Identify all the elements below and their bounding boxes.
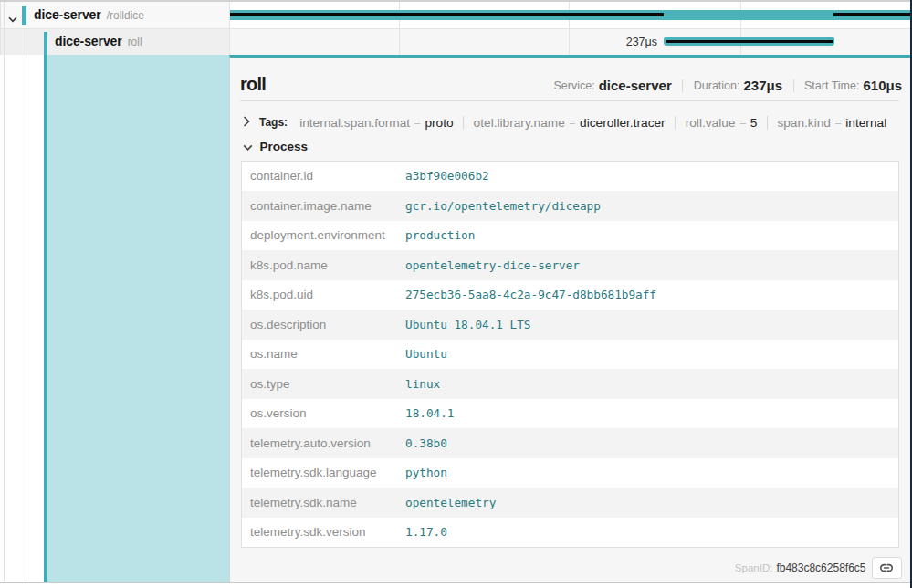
- tag-key: internal.span.format: [299, 116, 410, 130]
- kv-key: telemetry.auto.version: [242, 436, 406, 450]
- spanid-label: SpanID:: [735, 562, 773, 573]
- kv-row: k8s.pod.nameopentelemetry-dice-server: [242, 250, 899, 280]
- row-separator: [0, 28, 910, 29]
- kv-key: deployment.environment: [242, 228, 406, 242]
- span-detail-title: roll: [240, 74, 266, 95]
- kv-row: container.ida3bf90e006b2: [242, 162, 899, 192]
- tag-equals: =: [569, 116, 575, 129]
- tag-key: span.kind: [777, 116, 831, 130]
- tag-equals: =: [414, 116, 421, 129]
- service-color-bar: [44, 32, 48, 55]
- kv-key: os.name: [242, 347, 406, 361]
- child-span-service[interactable]: dice-server: [55, 34, 122, 48]
- kv-key: k8s.pod.name: [242, 258, 406, 272]
- kv-value: 0.38b0: [405, 436, 447, 450]
- kv-value: opentelemetry-dice-server: [405, 258, 580, 272]
- detail-indent-fill: [47, 55, 229, 582]
- kv-value: 18.04.1: [405, 406, 454, 420]
- tag-separator: [767, 116, 768, 130]
- spanid-value: fb483c8c6258f6c5: [776, 562, 865, 574]
- kv-key: container.id: [242, 169, 406, 183]
- critical-path-segment: [833, 13, 910, 16]
- duration-label: Duration:: [694, 79, 740, 92]
- kv-value: production: [405, 228, 475, 242]
- critical-path-segment: [666, 40, 833, 44]
- kv-key: telemetry.sdk.language: [242, 466, 406, 479]
- tag-key: roll.value: [686, 116, 736, 130]
- kv-value: opentelemetry: [405, 496, 496, 509]
- kv-key: telemetry.sdk.name: [242, 496, 406, 509]
- kv-value: a3bf90e006b2: [405, 169, 489, 183]
- kv-value: linux: [405, 377, 440, 391]
- start-time-label: Start Time:: [804, 79, 859, 92]
- kv-row: k8s.pod.uid275ecb36-5aa8-4c2a-9c47-d8bb6…: [242, 280, 899, 310]
- detail-row-bottom-border: [0, 582, 910, 583]
- parent-span-operation: /rolldice: [107, 9, 144, 22]
- service-color-bar: [22, 6, 26, 26]
- trace-timeline-view: dice-server /rolldice dice-server roll 2…: [0, 0, 912, 588]
- tree-guideline: [26, 29, 26, 583]
- tag-value: 5: [750, 116, 758, 130]
- tree-guideline: [4, 2, 5, 582]
- kv-row: os.nameUbuntu: [242, 340, 899, 370]
- tag-key: otel.library.name: [474, 116, 565, 130]
- deep-link-button[interactable]: [872, 557, 903, 579]
- span-detail-summary: Service: dice-server Duration: 237μs Sta…: [554, 78, 902, 93]
- kv-value: gcr.io/opentelemetry/diceapp: [405, 199, 601, 213]
- kv-key: os.type: [242, 377, 406, 391]
- kv-value: 1.17.0: [405, 525, 447, 539]
- tag-separator: [675, 116, 676, 130]
- kv-value: Ubuntu: [405, 347, 447, 361]
- tag-value: diceroller.tracer: [580, 116, 666, 130]
- kv-row: os.version18.04.1: [242, 399, 899, 429]
- span-detail-footer: SpanID: fb483c8c6258f6c5: [735, 557, 902, 579]
- process-accordion[interactable]: Process: [243, 139, 309, 155]
- link-icon: [878, 560, 895, 576]
- process-label[interactable]: Process: [260, 140, 309, 153]
- tag-equals: =: [834, 116, 841, 129]
- chevron-right-icon[interactable]: [243, 114, 250, 131]
- page-left-border: [0, 2, 1, 55]
- start-time-value: 610μs: [863, 78, 902, 93]
- kv-key: os.description: [242, 318, 406, 331]
- tag-value: internal: [845, 116, 886, 130]
- kv-row: telemetry.sdk.version1.17.0: [242, 518, 899, 548]
- summary-separator: [793, 79, 794, 92]
- kv-row: container.image.namegcr.io/opentelemetry…: [242, 191, 899, 221]
- header-divider: [240, 100, 899, 101]
- process-key-value-table: container.ida3bf90e006b2 container.image…: [241, 161, 900, 549]
- kv-key: os.version: [242, 406, 406, 420]
- kv-value: 275ecb36-5aa8-4c2a-9c47-d8bb681b9aff: [405, 288, 656, 301]
- kv-key: container.image.name: [242, 199, 406, 213]
- kv-value: python: [405, 466, 447, 479]
- kv-row: telemetry.sdk.languagepython: [242, 458, 899, 488]
- chevron-down-icon[interactable]: [243, 139, 253, 155]
- summary-separator: [682, 79, 683, 92]
- service-label: Service:: [554, 79, 595, 92]
- kv-value: Ubuntu 18.04.1 LTS: [405, 318, 531, 331]
- page-top-border: [0, 0, 912, 2]
- kv-key: k8s.pod.uid: [242, 288, 406, 301]
- collapse-chevron-down-icon[interactable]: [8, 10, 17, 26]
- kv-row: os.descriptionUbuntu 18.04.1 LTS: [242, 310, 899, 340]
- tag-value: proto: [425, 116, 453, 130]
- service-value: dice-server: [599, 78, 672, 93]
- critical-path-segment: [230, 13, 664, 16]
- tags-accordion[interactable]: Tags: internal.span.format = proto otel.…: [243, 114, 886, 131]
- child-span-operation: roll: [128, 36, 142, 48]
- duration-value: 237μs: [743, 78, 782, 93]
- span-duration-label: 237μs: [566, 36, 657, 48]
- kv-row: os.typelinux: [242, 369, 899, 399]
- kv-row: telemetry.auto.version0.38b0: [242, 428, 899, 458]
- parent-span-service[interactable]: dice-server: [34, 7, 101, 22]
- kv-row: telemetry.sdk.nameopentelemetry: [242, 488, 899, 518]
- tags-label[interactable]: Tags:: [259, 116, 288, 129]
- tag-separator: [463, 116, 464, 130]
- kv-key: telemetry.sdk.version: [242, 525, 406, 539]
- tag-equals: =: [739, 116, 746, 129]
- kv-row: deployment.environmentproduction: [242, 221, 899, 251]
